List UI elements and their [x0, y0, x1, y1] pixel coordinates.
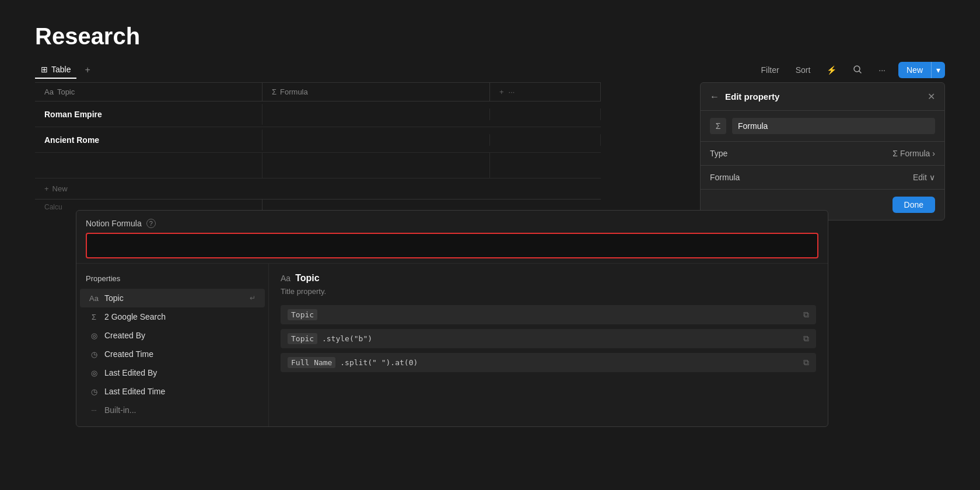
code-tag-2: Full Name — [288, 357, 335, 368]
code-text-1: .style("b") — [322, 334, 372, 343]
prop-icon-last-edited-by: ◎ — [89, 369, 99, 377]
panel-type-row: Type Σ Formula › — [701, 142, 944, 166]
copy-icon-1[interactable]: ⧉ — [803, 334, 809, 344]
help-icon[interactable]: ? — [146, 219, 156, 228]
formula-input[interactable] — [86, 233, 818, 258]
prop-item-built-in[interactable]: ··· Built-in... — [80, 401, 265, 419]
prop-item-topic[interactable]: Aa Topic ↵ — [80, 289, 265, 307]
extra-cell-0 — [490, 108, 601, 120]
formula-overlay: Notion Formula ? Properties Aa Topic ↵ Σ… — [76, 210, 828, 427]
formula-cell-0[interactable] — [262, 108, 490, 120]
formula-label: Formula — [710, 173, 740, 182]
table-row: Roman Empire — [35, 102, 601, 127]
table-container: Aa Topic Σ Formula + ··· Roman Empire — [35, 82, 601, 218]
topic-header-label: Topic — [57, 88, 75, 96]
table-header: Aa Topic Σ Formula + ··· — [35, 83, 601, 102]
preview-subtitle: Title property. — [281, 287, 816, 296]
toolbar: ⊞ Table + Filter Sort ⚡ ··· New ▾ — [35, 61, 945, 82]
code-snippet-2[interactable]: Full Name .split(" ").at(0) ⧉ — [281, 353, 816, 372]
formula-cell-1[interactable] — [262, 134, 490, 146]
plus-icon: + — [44, 184, 49, 193]
code-snippet-content-1: Topic .style("b") — [288, 334, 372, 343]
page-title: Research — [35, 23, 945, 50]
prop-icon-topic: Aa — [89, 294, 99, 303]
formula-bottom: Properties Aa Topic ↵ Σ 2 Google Search … — [76, 263, 828, 426]
prop-icon-created-by: ◎ — [89, 331, 99, 340]
toolbar-left: ⊞ Table + — [35, 61, 94, 79]
code-snippet-content-0: Topic — [288, 310, 317, 319]
sort-button[interactable]: Sort — [792, 63, 814, 77]
panel-name-row: Σ — [701, 111, 944, 142]
formula-input-row — [76, 233, 828, 263]
topic-cell-2 — [35, 153, 262, 178]
code-text-2: .split(" ").at(0) — [340, 358, 418, 367]
more-options-button[interactable]: ··· — [875, 63, 889, 77]
table-row: Ancient Rome — [35, 127, 601, 153]
code-snippet-1[interactable]: Topic .style("b") ⧉ — [281, 329, 816, 348]
extra-cell-1 — [490, 134, 601, 146]
copy-icon-0[interactable]: ⧉ — [803, 310, 809, 320]
preview-aa-icon: Aa — [281, 274, 290, 283]
filter-button[interactable]: Filter — [758, 63, 783, 77]
add-row-button[interactable]: + New — [35, 178, 601, 199]
close-button[interactable]: ✕ — [928, 91, 935, 102]
code-tag-0: Topic — [288, 309, 317, 320]
type-sigma-icon: Σ — [892, 149, 898, 158]
prop-label-created-time: Created Time — [104, 349, 153, 359]
add-column-button[interactable]: + ··· — [490, 83, 601, 101]
extra-cell-2 — [490, 153, 601, 178]
type-value-text: Formula — [900, 149, 930, 158]
add-view-button[interactable]: + — [81, 62, 93, 78]
prop-icon-created-time: ◷ — [89, 350, 99, 359]
table-row-empty — [35, 153, 601, 178]
svg-line-1 — [859, 71, 862, 73]
prop-label-built-in: Built-in... — [104, 405, 136, 415]
type-label: Type — [710, 149, 727, 158]
toolbar-right: Filter Sort ⚡ ··· New ▾ — [758, 62, 946, 78]
tab-table[interactable]: ⊞ Table — [35, 61, 76, 79]
col-header-topic: Aa Topic — [35, 83, 262, 101]
prop-item-last-edited-by[interactable]: ◎ Last Edited By — [80, 363, 265, 382]
code-tag-1: Topic — [288, 333, 317, 344]
formula-edit-text: Edit — [913, 173, 927, 182]
back-button[interactable]: ← — [710, 92, 719, 102]
new-row-label: New — [52, 184, 68, 193]
main-area: Aa Topic Σ Formula + ··· Roman Empire — [35, 82, 945, 218]
prop-enter-icon-topic: ↵ — [250, 294, 256, 302]
topic-cell-1[interactable]: Ancient Rome — [35, 130, 262, 150]
chevron-down-icon: ∨ — [929, 173, 935, 182]
lightning-icon[interactable]: ⚡ — [823, 63, 840, 77]
prop-item-google-search[interactable]: Σ 2 Google Search — [80, 307, 265, 326]
panel-header: ← Edit property ✕ — [701, 83, 944, 111]
panel-title: Edit property — [725, 92, 779, 102]
dots-icon: ··· — [509, 88, 515, 96]
table-icon: ⊞ — [41, 65, 48, 74]
code-snippet-0[interactable]: Topic ⧉ — [281, 305, 816, 324]
prop-label-google-search: 2 Google Search — [104, 312, 166, 321]
prop-item-created-by[interactable]: ◎ Created By — [80, 326, 265, 345]
formula-label-row: Notion Formula ? — [76, 211, 828, 233]
formula-edit-btn[interactable]: Edit ∨ — [913, 173, 935, 182]
copy-icon-2[interactable]: ⧉ — [803, 358, 809, 368]
preview-title-text: Topic — [295, 273, 319, 284]
new-button-label: New — [898, 62, 931, 78]
prop-item-created-time[interactable]: ◷ Created Time — [80, 345, 265, 363]
prop-icon-google-search: Σ — [89, 313, 99, 321]
prop-item-last-edited-time[interactable]: ◷ Last Edited Time — [80, 382, 265, 401]
done-button[interactable]: Done — [892, 197, 935, 213]
code-snippet-content-2: Full Name .split(" ").at(0) — [288, 358, 418, 367]
search-button[interactable] — [849, 62, 866, 78]
properties-panel: Properties Aa Topic ↵ Σ 2 Google Search … — [76, 264, 269, 426]
prop-label-last-edited-time: Last Edited Time — [104, 387, 165, 396]
formula-label-text: Notion Formula — [86, 219, 142, 228]
field-name-input[interactable] — [732, 118, 935, 134]
new-button[interactable]: New ▾ — [898, 62, 945, 78]
properties-title: Properties — [76, 271, 268, 289]
aa-icon: Aa — [44, 88, 54, 96]
type-value[interactable]: Σ Formula › — [892, 149, 935, 158]
field-type-icon: Σ — [710, 118, 726, 134]
chevron-right-icon: › — [932, 149, 935, 158]
plus-icon: + — [499, 88, 504, 96]
topic-cell-0[interactable]: Roman Empire — [35, 104, 262, 125]
new-button-arrow[interactable]: ▾ — [931, 62, 945, 78]
